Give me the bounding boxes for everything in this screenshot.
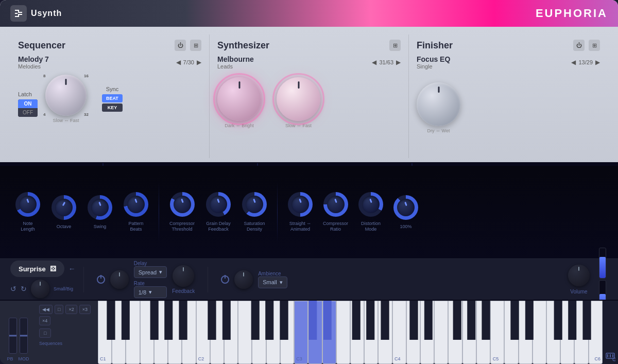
key-d2[interactable] [210,301,224,364]
volume-knob[interactable] [393,195,418,220]
key-d4[interactable] [406,301,420,364]
key-e1[interactable] [126,301,140,364]
key-f2[interactable] [238,301,252,364]
key-a1[interactable] [168,301,182,364]
ambience-dropdown[interactable]: Small ▾ [258,276,287,288]
pattern-beats-knob[interactable] [124,192,148,217]
feedback-knob[interactable] [173,265,194,287]
delay-knob[interactable] [110,270,129,289]
swing-dot [98,201,101,206]
finisher-next[interactable]: ▶ [595,59,600,66]
master-volume-knob[interactable] [568,265,590,286]
latch-off[interactable]: OFF [18,108,38,117]
compressor-ratio-knob[interactable] [323,192,348,217]
key-a4[interactable] [462,301,476,364]
undo-icon[interactable]: ↺ [10,285,16,293]
seq-x4-btn[interactable]: ×4 [39,316,50,325]
key-a5[interactable] [560,301,574,364]
saturation-density-knob[interactable] [242,192,267,217]
surprise-button[interactable]: Surprise ⚄ [10,261,64,277]
delay-power-btn[interactable] [97,275,105,284]
synthesizer-prev[interactable]: ◀ [372,59,376,66]
octave-knob[interactable] [52,195,76,220]
grain-delay-knob[interactable] [206,192,231,217]
synth-knob2[interactable] [277,77,320,121]
note-length-inner [19,196,37,213]
seq-rewind-btn[interactable]: ◀◀ [39,305,53,314]
seq-x3-btn[interactable]: ×3 [79,305,91,314]
latch-on[interactable]: ON [18,99,38,108]
sequencer-next[interactable]: ▶ [197,59,201,66]
rate-dropdown[interactable]: 1/8 ▾ [134,286,167,298]
key-e5[interactable] [519,301,533,364]
key-e4[interactable] [420,301,434,364]
seq-btn-row: ◀◀ □ ×2 ×3 ×4 [39,305,94,325]
key-a3[interactable] [364,301,378,364]
key-g5[interactable] [546,301,560,364]
key-f5[interactable] [533,301,546,364]
key-b3[interactable] [378,301,392,364]
sync-key-btn[interactable]: KEY [102,103,123,112]
sync-beat-btn[interactable]: BEAT [102,94,123,102]
key-f3[interactable] [336,301,350,364]
key-g2[interactable] [252,301,266,364]
key-c1[interactable] [98,301,112,364]
seq-record-btn[interactable]: □ [39,328,51,338]
ambience-knob[interactable] [234,270,253,289]
keyboard-settings-icon[interactable]: ? [605,351,615,361]
key-f4[interactable] [434,301,448,364]
key-e3[interactable] [322,301,336,364]
pb-slider[interactable] [9,318,17,354]
synthesizer-grid-btn[interactable]: ⊞ [389,40,401,51]
key-c6[interactable] [589,301,603,364]
key-d1[interactable] [112,301,126,364]
sync-buttons: BEAT KEY [102,94,123,112]
delay-dropdown[interactable]: Spread ▾ [134,266,167,278]
sequencer-prev[interactable]: ◀ [176,59,181,66]
distortion-mode-knob[interactable] [358,192,383,217]
finisher-grid-btn[interactable]: ⊞ [589,40,600,51]
key-d5[interactable] [504,301,518,364]
mod-slider[interactable] [20,318,28,354]
synth-knob1[interactable] [217,77,261,121]
finisher-knob[interactable] [417,82,460,126]
seq-controls-area: ◀◀ □ ×2 ×3 ×4 □ Sequences [36,301,98,364]
synthesizer-next[interactable]: ▶ [396,59,401,66]
key-b2[interactable] [280,301,294,364]
key-g1[interactable] [154,301,168,364]
small-big-knob[interactable] [31,280,49,298]
key-a2[interactable] [266,301,280,364]
key-g3[interactable] [350,301,364,364]
sequencer-main-knob[interactable]: 8 16 4 32 [45,75,87,116]
straight-animated-inner [291,196,309,213]
ambience-power-btn[interactable] [221,275,229,284]
compressor-threshold-knob[interactable] [170,192,195,217]
key-e2[interactable] [224,301,238,364]
key-c3[interactable] [294,301,308,364]
key-f1[interactable] [140,301,154,364]
seq-loop-btn[interactable]: □ [55,305,63,314]
compressor-threshold-group: CompressorThreshold [169,192,195,232]
key-c4[interactable] [392,301,406,364]
divider-2 [208,267,208,292]
sequencer-power-btn[interactable]: ⏻ [175,40,186,51]
finisher-power-btn[interactable]: ⏻ [573,40,585,51]
key-d3[interactable] [308,301,322,364]
straight-animated-knob[interactable] [288,192,313,217]
swing-knob[interactable] [88,195,112,220]
latch-toggle[interactable]: ON OFF [18,99,38,117]
key-c2[interactable] [196,301,210,364]
arrow-left-icon[interactable]: ← [68,265,76,273]
knob-num-tr: 16 [84,74,89,78]
pb-label: PB [7,356,13,361]
redo-icon[interactable]: ↻ [21,285,27,293]
key-c5[interactable] [490,301,504,364]
seq-x2-btn[interactable]: ×2 [65,305,77,314]
key-g4[interactable] [448,301,462,364]
sequencer-grid-btn[interactable]: ⊞ [190,40,201,51]
note-length-knob[interactable] [15,192,40,217]
key-b1[interactable] [182,301,196,364]
key-b5[interactable] [574,301,588,364]
finisher-prev[interactable]: ◀ [571,59,576,66]
key-b4[interactable] [476,301,490,364]
